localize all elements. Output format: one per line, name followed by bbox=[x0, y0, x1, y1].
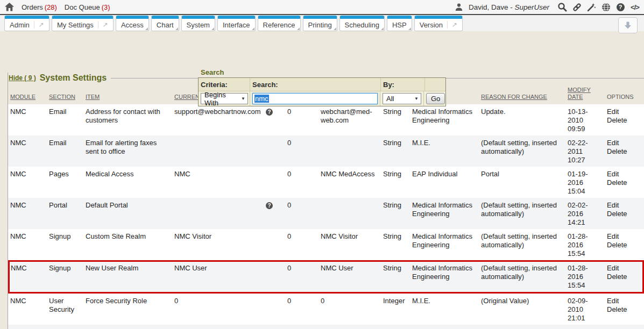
delete-link[interactable]: Delete bbox=[607, 305, 641, 314]
delete-link[interactable]: Delete bbox=[607, 178, 641, 187]
edit-link[interactable]: Edit bbox=[607, 108, 641, 116]
search-panel-legend: Search bbox=[198, 69, 446, 76]
delete-link[interactable]: Delete bbox=[607, 273, 639, 281]
code-icon[interactable]: </> bbox=[630, 2, 640, 12]
tab-system[interactable]: System bbox=[181, 16, 215, 31]
cell-item: Address for contact with customers bbox=[83, 104, 172, 135]
user-icon bbox=[454, 2, 464, 12]
edit-link[interactable]: Edit bbox=[607, 232, 641, 241]
by-select[interactable]: All ▼ bbox=[383, 93, 421, 104]
cell-item: New User Realm bbox=[83, 260, 172, 294]
tab-chart[interactable]: Chart bbox=[151, 16, 179, 31]
cell-section: Portal bbox=[47, 198, 83, 229]
table-row: NMC Email Address for contact with custo… bbox=[8, 104, 644, 135]
cell-modify-date: 01-19- 2016 15:04 bbox=[565, 167, 605, 198]
column-header-options: OPTIONS bbox=[605, 85, 644, 104]
cell-section: Signup bbox=[47, 260, 83, 294]
help-glyph: ? bbox=[617, 3, 625, 11]
wand-icon[interactable] bbox=[586, 2, 596, 12]
cell-reason: Update. bbox=[479, 104, 565, 135]
edit-link[interactable]: Edit bbox=[607, 201, 641, 210]
user-text: David, Dave - SuperUser bbox=[469, 3, 549, 11]
delete-link[interactable]: Delete bbox=[607, 147, 641, 156]
tab-label: Reference bbox=[263, 21, 295, 29]
column-header-reason-for-change[interactable]: REASON FOR CHANGE bbox=[479, 85, 565, 104]
cell-modify-date: 01-28- 2016 15:54 bbox=[565, 260, 605, 294]
tab-strip: Admin ↗ My Settings ↗ Access Chart Syste… bbox=[4, 16, 463, 31]
help-icon[interactable]: ? bbox=[615, 2, 625, 12]
edit-link[interactable]: Edit bbox=[607, 139, 641, 147]
cell-user: Medical Informatics Engineering bbox=[410, 325, 479, 329]
chevron-down-icon: ▼ bbox=[410, 96, 419, 101]
cell-item: Custom Site Realm bbox=[83, 229, 172, 260]
cell-revision: 0 bbox=[285, 229, 319, 260]
chevron-down-icon: ▼ bbox=[237, 96, 245, 101]
column-header-modify-date[interactable]: MODIFY DATE bbox=[565, 85, 605, 104]
tab-access[interactable]: Access bbox=[116, 16, 149, 31]
delete-link[interactable]: Delete bbox=[607, 116, 641, 125]
cell-default-value: 0 bbox=[319, 294, 381, 325]
cell-default-value: NMC MedAccess bbox=[319, 167, 381, 198]
cell-reason: (Original Value) bbox=[479, 294, 565, 325]
cell-default-value bbox=[319, 135, 381, 167]
cell-type: String bbox=[381, 135, 410, 167]
cell-module: NMCMD bbox=[8, 325, 47, 329]
tab-label: Admin bbox=[10, 21, 30, 29]
criteria-select[interactable]: Begins With ▼ bbox=[201, 93, 248, 104]
column-header-item[interactable]: ITEM bbox=[83, 85, 172, 104]
tab-admin[interactable]: Admin ↗ bbox=[4, 16, 49, 31]
search-icon[interactable] bbox=[557, 2, 567, 12]
tab-interface[interactable]: Interface bbox=[217, 16, 256, 31]
page-title: System Settings bbox=[36, 73, 107, 83]
tab-reference[interactable]: Reference bbox=[258, 16, 301, 31]
tab-printing[interactable]: Printing bbox=[303, 16, 337, 31]
tab-hsp[interactable]: HSP bbox=[387, 16, 412, 31]
tab-scheduling[interactable]: Scheduling bbox=[339, 16, 385, 31]
delete-link[interactable]: Delete bbox=[607, 241, 641, 249]
cell-default-value: webchart@med-web.com bbox=[319, 104, 381, 135]
cell-modify-date: 01-28- 2016 15:54 bbox=[565, 229, 605, 260]
popup-icon[interactable]: ↗ bbox=[447, 21, 457, 28]
link-icon[interactable] bbox=[572, 2, 582, 12]
cell-user: Medical Informatics Engineering bbox=[410, 198, 479, 229]
go-button[interactable]: Go bbox=[426, 93, 445, 104]
popup-icon[interactable]: ↗ bbox=[34, 21, 44, 28]
cell-modify-date: 02-22- 2011 10:27 bbox=[565, 135, 605, 167]
cell-default-value: NMC Visitor bbox=[319, 229, 381, 260]
table-row: NMC User Security Force Security Role 0 … bbox=[8, 294, 644, 325]
home-icon[interactable] bbox=[4, 2, 14, 12]
help-icon[interactable]: ? bbox=[266, 109, 273, 116]
nav-doc-queue-label: Doc Queue bbox=[65, 3, 100, 11]
help-icon[interactable]: ? bbox=[266, 202, 273, 209]
cell-current-value: NMC bbox=[172, 167, 264, 198]
cell-type: String bbox=[381, 104, 410, 135]
edit-link[interactable]: Edit bbox=[607, 264, 639, 273]
cell-type: String bbox=[381, 229, 410, 260]
tab-version[interactable]: Version ↗ bbox=[414, 16, 463, 31]
popup-icon[interactable]: ↗ bbox=[98, 21, 108, 28]
edit-link[interactable]: Edit bbox=[607, 297, 641, 305]
hide-link[interactable]: Hide ( 9 ) bbox=[9, 74, 36, 82]
cell-current-value bbox=[172, 325, 264, 329]
globe-icon[interactable] bbox=[601, 2, 611, 12]
scroll-down-button[interactable] bbox=[618, 17, 638, 33]
nav-doc-queue[interactable]: Doc Queue(3) bbox=[65, 3, 110, 11]
nav-orders[interactable]: Orders(28) bbox=[22, 3, 57, 11]
cell-modify-date: 02-09- 2010 21:01 bbox=[565, 294, 605, 325]
column-header-module[interactable]: MODULE bbox=[8, 85, 47, 104]
down-arrow-icon bbox=[624, 21, 632, 30]
cell-user: Medical Informatics Engineering bbox=[410, 104, 479, 135]
tab-label: Scheduling bbox=[345, 21, 379, 29]
search-input[interactable]: nmc bbox=[252, 93, 378, 104]
tab-label: System bbox=[187, 21, 210, 29]
cell-type: String bbox=[381, 167, 410, 198]
tab-my-settings[interactable]: My Settings ↗ bbox=[52, 16, 114, 31]
delete-link[interactable]: Delete bbox=[607, 210, 641, 218]
cell-type: String bbox=[381, 260, 410, 294]
by-value: All bbox=[386, 95, 394, 103]
tab-label: Access bbox=[121, 21, 144, 29]
cell-reason: (Default setting, inserted automatically… bbox=[479, 135, 565, 167]
cell-item: Wizard Complete bbox=[83, 325, 172, 329]
column-header-section[interactable]: SECTION bbox=[47, 85, 83, 104]
edit-link[interactable]: Edit bbox=[607, 170, 641, 178]
